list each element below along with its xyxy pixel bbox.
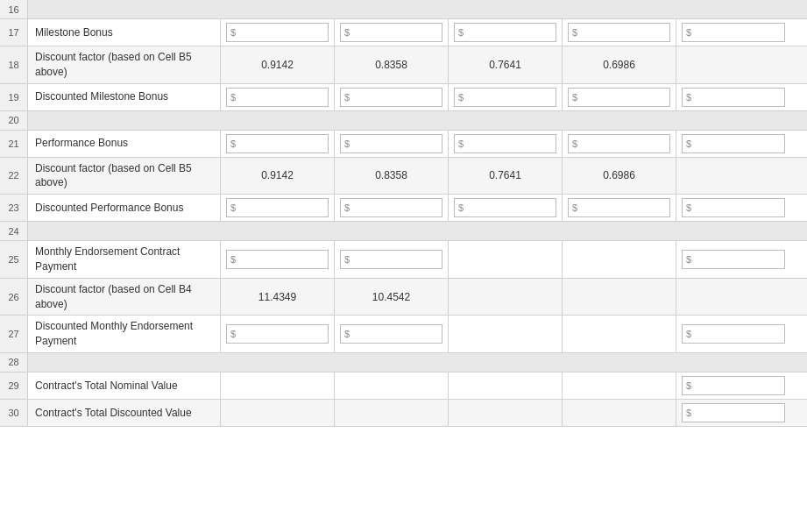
dollar-input[interactable]: [682, 88, 785, 107]
cell-input[interactable]: [449, 195, 563, 221]
row-number: 20: [0, 111, 28, 130]
dollar-input[interactable]: [340, 198, 442, 217]
cell-input[interactable]: [676, 241, 790, 278]
row-number: 21: [0, 131, 28, 157]
dollar-input[interactable]: [226, 23, 329, 42]
dollar-input[interactable]: [226, 134, 329, 153]
cell-input[interactable]: [335, 131, 449, 157]
table-row: 29Contract's Total Nominal Value: [0, 372, 807, 400]
cell-input[interactable]: [676, 19, 790, 46]
cell-input[interactable]: [449, 131, 563, 157]
row-number: 22: [0, 158, 28, 195]
row-label: Discounted Milestone Bonus: [28, 84, 221, 110]
row-number: 16: [0, 0, 28, 18]
dollar-input[interactable]: [568, 88, 670, 107]
table-row: 18Discount factor (based on Cell B5 abov…: [0, 46, 807, 84]
dollar-input[interactable]: [226, 198, 329, 217]
dollar-input[interactable]: [226, 88, 329, 107]
dollar-input[interactable]: [340, 23, 442, 42]
row-number: 25: [0, 241, 28, 278]
cell-input[interactable]: [335, 316, 449, 352]
cell-input[interactable]: [221, 241, 335, 278]
cell-input[interactable]: [449, 19, 563, 46]
cell-empty: [676, 158, 790, 195]
cell-input[interactable]: [221, 131, 335, 157]
dollar-input[interactable]: [454, 134, 556, 153]
cell-input[interactable]: [676, 195, 790, 221]
dollar-input[interactable]: [568, 23, 670, 42]
dollar-input[interactable]: [682, 403, 785, 422]
row-label: Discounted Monthly Endorsement Payment: [28, 316, 221, 352]
cell-input[interactable]: [676, 131, 790, 157]
row-label: Monthly Endorsement Contract Payment: [28, 241, 221, 278]
row-number: 26: [0, 279, 28, 316]
dollar-input[interactable]: [568, 134, 670, 153]
row-label: Discount factor (based on Cell B5 above): [28, 158, 221, 195]
cell-empty: [563, 400, 676, 426]
cell-empty: [563, 372, 676, 399]
cell-input[interactable]: [221, 316, 335, 352]
dollar-input[interactable]: [454, 88, 556, 107]
row-number: 28: [0, 353, 28, 372]
cell-input[interactable]: [676, 372, 790, 399]
cell-input[interactable]: [676, 84, 790, 110]
cell-input[interactable]: [676, 400, 790, 426]
row-label: Discount factor (based on Cell B4 above): [28, 279, 221, 316]
cell-value: 0.9142: [221, 158, 335, 195]
dollar-input[interactable]: [682, 23, 785, 42]
dollar-input[interactable]: [226, 250, 329, 269]
dollar-input[interactable]: [454, 23, 556, 42]
row-number: 23: [0, 195, 28, 221]
dollar-input[interactable]: [682, 134, 785, 153]
cell-empty: [676, 46, 790, 83]
dollar-input[interactable]: [682, 376, 785, 395]
cell-empty: [335, 400, 449, 426]
cell-input[interactable]: [449, 84, 563, 110]
cell-input[interactable]: [563, 195, 676, 221]
table-row: 28: [0, 353, 807, 372]
dollar-input[interactable]: [682, 198, 785, 217]
row-label: Milestone Bonus: [28, 19, 221, 46]
dollar-input[interactable]: [340, 88, 442, 107]
cell-empty: [449, 279, 563, 316]
cell-input[interactable]: [563, 19, 676, 46]
cell-input[interactable]: [563, 84, 676, 110]
cell-empty: [563, 241, 676, 278]
cell-input[interactable]: [335, 19, 449, 46]
cell-empty: [449, 316, 563, 352]
row-label: Discounted Performance Bonus: [28, 195, 221, 221]
cell-input[interactable]: [563, 131, 676, 157]
dollar-input[interactable]: [340, 250, 442, 269]
row-number: 29: [0, 372, 28, 399]
cell-input[interactable]: [335, 241, 449, 278]
row-label: Performance Bonus: [28, 131, 221, 157]
cell-input[interactable]: [676, 316, 790, 352]
cell-empty: [335, 372, 449, 399]
cell-value: 10.4542: [335, 279, 449, 316]
cell-empty: [221, 400, 335, 426]
dollar-input[interactable]: [568, 198, 670, 217]
cell-empty: [563, 316, 676, 352]
cell-input[interactable]: [221, 19, 335, 46]
cell-value: 0.7641: [449, 46, 563, 83]
row-label: Contract's Total Nominal Value: [28, 372, 221, 399]
dollar-input[interactable]: [226, 324, 329, 344]
row-number: 30: [0, 400, 28, 426]
table-row: 21Performance Bonus: [0, 131, 807, 158]
dollar-input[interactable]: [454, 198, 556, 217]
table-row: 30Contract's Total Discounted Value: [0, 400, 807, 427]
cell-value: 0.6986: [563, 158, 676, 195]
cell-input[interactable]: [221, 84, 335, 110]
row-spacer: [28, 222, 807, 240]
table-row: 20: [0, 111, 807, 131]
dollar-input[interactable]: [682, 324, 785, 344]
cell-value: 0.7641: [449, 158, 563, 195]
cell-empty: [449, 400, 563, 426]
cell-input[interactable]: [221, 195, 335, 221]
dollar-input[interactable]: [682, 250, 785, 269]
dollar-input[interactable]: [340, 134, 442, 153]
dollar-input[interactable]: [340, 324, 442, 344]
table-row: 25Monthly Endorsement Contract Payment: [0, 241, 807, 279]
cell-input[interactable]: [335, 84, 449, 110]
cell-input[interactable]: [335, 195, 449, 221]
